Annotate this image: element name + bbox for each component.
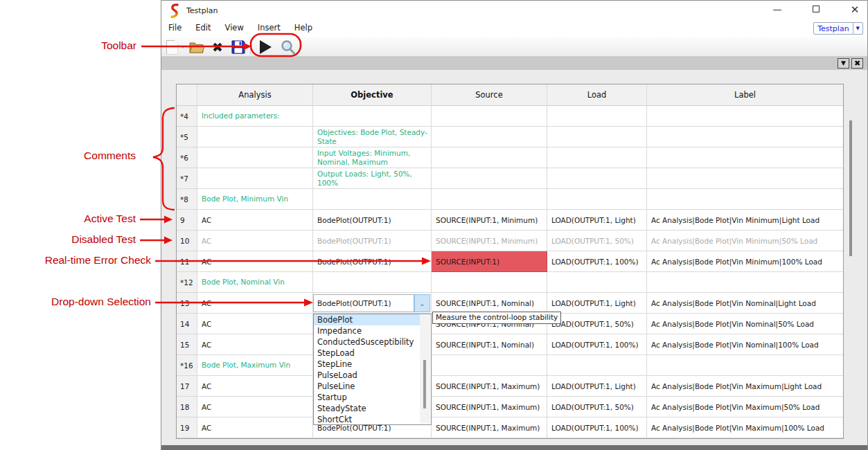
cell-label[interactable] xyxy=(647,355,843,376)
cell-load[interactable] xyxy=(547,127,647,147)
cell-objective[interactable]: BodePlot(OUTPUT:1) xyxy=(313,251,432,272)
menu-insert[interactable]: Insert xyxy=(251,20,287,33)
cell-analysis[interactable]: AC xyxy=(197,314,313,334)
row-number[interactable]: 17 xyxy=(177,376,197,397)
cell-source[interactable]: SOURCE(INPUT:1, Minimum) xyxy=(432,231,547,251)
dropdown-item-BodePlot[interactable]: BodePlot xyxy=(314,314,420,325)
cell-source[interactable]: SOURCE(INPUT:1, Maximum) xyxy=(432,397,547,417)
cell-label[interactable] xyxy=(647,127,843,147)
cell-analysis[interactable]: AC xyxy=(197,231,313,251)
cell-load[interactable] xyxy=(547,147,647,168)
menu-view[interactable]: View xyxy=(218,20,251,33)
cell-label[interactable]: Ac Analysis|Bode Plot|Vin Minimum|Light … xyxy=(647,210,843,231)
dropdown-item-Impedance[interactable]: Impedance xyxy=(314,325,420,336)
cell-analysis[interactable] xyxy=(197,147,313,168)
new-document-dropdown-icon[interactable]: ▾ xyxy=(180,39,186,55)
cell-load[interactable] xyxy=(547,272,647,293)
minimize-button[interactable]: — xyxy=(765,1,789,19)
cell-source[interactable]: SOURCE(INPUT:1, Nominal) xyxy=(432,293,547,314)
panel-collapse-icon[interactable]: ▼ xyxy=(838,58,849,69)
cell-source[interactable] xyxy=(432,189,547,210)
cell-load[interactable]: LOAD(OUTPUT:1, 100%) xyxy=(547,251,647,272)
testplan-selector[interactable]: Testplan ▼ xyxy=(813,22,863,35)
dropdown-item-SteadyState[interactable]: SteadyState xyxy=(314,403,420,414)
cell-source[interactable] xyxy=(432,272,547,293)
delete-icon[interactable]: ✖ xyxy=(209,39,227,55)
cell-label[interactable]: Ac Analysis|Bode Plot|Vin Nominal|100% L… xyxy=(647,334,843,355)
cell-source[interactable] xyxy=(432,355,547,376)
cell-load[interactable] xyxy=(547,189,647,210)
cell-objective[interactable]: BodePlot(OUTPUT:1) xyxy=(313,210,432,231)
dropdown-item-StepLine[interactable]: StepLine xyxy=(314,359,420,370)
cell-analysis[interactable]: AC xyxy=(197,417,313,438)
dropdown-item-StepLoad[interactable]: StepLoad xyxy=(314,348,420,359)
cell-objective[interactable]: BodePlot(OUTPUT:1) xyxy=(313,231,432,251)
row-number[interactable]: 13 xyxy=(177,293,197,314)
cell-analysis[interactable] xyxy=(197,168,313,189)
cell-analysis[interactable]: Bode Plot, Minimum Vin xyxy=(197,189,313,210)
run-icon[interactable] xyxy=(256,39,274,55)
cell-objective[interactable]: Input Voltages: Minimum, Nominal, Maximu… xyxy=(313,147,432,168)
row-number[interactable]: 18 xyxy=(177,397,197,417)
cell-objective[interactable]: Objectives: Bode Plot, Steady-State xyxy=(313,127,432,147)
row-number[interactable]: *16 xyxy=(177,355,197,376)
cell-label[interactable] xyxy=(647,189,843,210)
row-number[interactable]: *12 xyxy=(177,272,197,293)
cell-label[interactable]: Ac Analysis|Bode Plot|Vin Nominal|Light … xyxy=(647,293,843,314)
dropdown-item-ShortCkt[interactable]: ShortCkt xyxy=(314,414,420,425)
cell-source[interactable]: SOURCE(INPUT:1, Nominal) xyxy=(432,334,547,355)
cell-load[interactable] xyxy=(547,106,647,127)
cell-analysis[interactable]: AC xyxy=(197,376,313,397)
cell-load[interactable] xyxy=(547,168,647,189)
cell-load[interactable] xyxy=(547,355,647,376)
cell-source[interactable] xyxy=(432,147,547,168)
cell-analysis[interactable]: AC xyxy=(197,397,313,417)
cell-load[interactable]: LOAD(OUTPUT:1, Light) xyxy=(547,210,647,231)
row-number[interactable]: 10 xyxy=(177,231,197,251)
cell-label[interactable]: Ac Analysis|Bode Plot|Vin Minimum|100% L… xyxy=(647,251,843,272)
cell-objective[interactable] xyxy=(313,272,432,293)
cell-load[interactable]: LOAD(OUTPUT:1, 100%) xyxy=(547,417,647,438)
dropdown-item-Startup[interactable]: Startup xyxy=(314,392,420,403)
dropdown-scrollbar-thumb[interactable] xyxy=(423,360,426,408)
cell-label[interactable]: Ac Analysis|Bode Plot|Vin Maximum|100% L… xyxy=(647,417,843,438)
cell-label[interactable] xyxy=(647,168,843,189)
cell-label[interactable] xyxy=(647,272,843,293)
cell-source[interactable]: SOURCE(INPUT:1) xyxy=(432,251,547,272)
cell-analysis[interactable]: Bode Plot, Maximum Vin xyxy=(197,355,313,376)
cell-analysis[interactable]: AC xyxy=(197,293,313,314)
row-number[interactable]: *7 xyxy=(177,168,197,189)
dropdown-item-PulseLoad[interactable]: PulseLoad xyxy=(314,370,420,381)
cell-analysis[interactable]: Bode Plot, Nominal Vin xyxy=(197,272,313,293)
cell-source[interactable] xyxy=(432,127,547,147)
row-number[interactable]: 9 xyxy=(177,210,197,231)
cell-source[interactable] xyxy=(432,168,547,189)
cell-source[interactable]: SOURCE(INPUT:1, Maximum) xyxy=(432,376,547,397)
row-number[interactable]: 11 xyxy=(177,251,197,272)
row-number[interactable]: 15 xyxy=(177,334,197,355)
cell-source[interactable] xyxy=(432,106,547,127)
cell-load[interactable]: LOAD(OUTPUT:1, 50%) xyxy=(547,397,647,417)
cell-load[interactable]: LOAD(OUTPUT:1, 100%) xyxy=(547,334,647,355)
cell-label[interactable]: Ac Analysis|Bode Plot|Vin Maximum|Light … xyxy=(647,376,843,397)
save-icon[interactable] xyxy=(229,39,247,55)
row-number[interactable]: *5 xyxy=(177,127,197,147)
zoom-icon[interactable] xyxy=(278,39,298,55)
cell-load[interactable]: LOAD(OUTPUT:1, Light) xyxy=(547,376,647,397)
objective-combobox[interactable]: BodePlot(OUTPUT:1) ⌄ xyxy=(313,294,430,312)
panel-close-icon[interactable]: ✖ xyxy=(851,58,863,69)
row-number[interactable]: *6 xyxy=(177,147,197,168)
cell-label[interactable]: Ac Analysis|Bode Plot|Vin Minimum|50% Lo… xyxy=(647,231,843,251)
cell-analysis[interactable]: Included parameters: xyxy=(197,106,313,127)
maximize-button[interactable] xyxy=(804,1,828,19)
cell-load[interactable]: LOAD(OUTPUT:1, 50%) xyxy=(547,231,647,251)
cell-analysis[interactable]: AC xyxy=(197,334,313,355)
menu-edit[interactable]: Edit xyxy=(188,20,218,33)
cell-objective[interactable] xyxy=(313,189,432,210)
dropdown-item-PulseLine[interactable]: PulseLine xyxy=(314,381,420,392)
row-number[interactable]: *8 xyxy=(177,189,197,210)
open-file-icon[interactable] xyxy=(188,39,206,55)
menu-file[interactable]: File xyxy=(161,20,188,33)
cell-load[interactable]: LOAD(OUTPUT:1, Light) xyxy=(547,293,647,314)
cell-analysis[interactable]: AC xyxy=(197,251,313,272)
